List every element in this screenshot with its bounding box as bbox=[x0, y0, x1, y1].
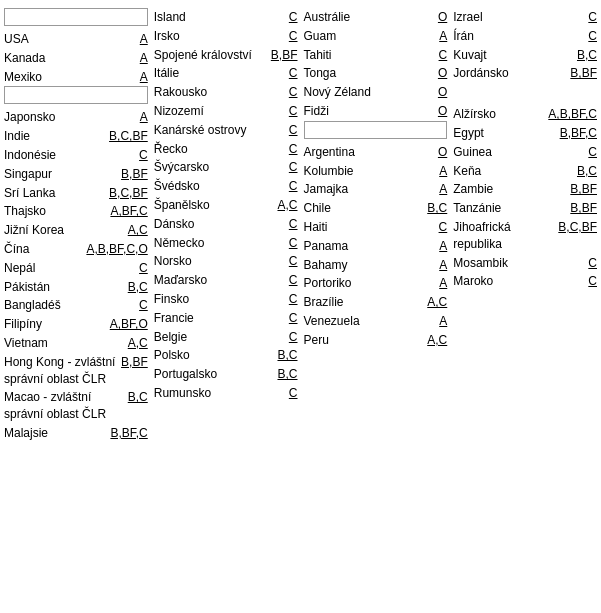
country-name: Německo bbox=[154, 235, 287, 252]
country-code: A,BF,C bbox=[110, 203, 147, 220]
country-name: Srí Lanka bbox=[4, 185, 107, 202]
country-name: Portoriko bbox=[304, 275, 438, 292]
table-row: USAA bbox=[4, 30, 148, 49]
table-row: Kanárské ostrovyC bbox=[154, 121, 298, 140]
country-name: Argentina bbox=[304, 144, 436, 161]
table-row: ThajskoA,BF,C bbox=[4, 202, 148, 221]
country-code: A bbox=[439, 28, 447, 45]
search-input-mid-col1[interactable] bbox=[4, 86, 148, 104]
country-code: C bbox=[588, 144, 597, 161]
table-row: ÍránC bbox=[453, 27, 597, 46]
country-code: C bbox=[439, 47, 448, 64]
country-name: Indonésie bbox=[4, 147, 137, 164]
country-code: C bbox=[139, 297, 148, 314]
table-row: DánskoC bbox=[154, 215, 298, 234]
country-code: C bbox=[289, 216, 298, 233]
country-name: Thajsko bbox=[4, 203, 108, 220]
country-code: B,BF bbox=[121, 166, 148, 183]
table-row: ŠvýcarskoC bbox=[154, 158, 298, 177]
table-row: Macao - zvláštní správní oblast ČLRB,C bbox=[4, 388, 148, 424]
country-name: Irsko bbox=[154, 28, 287, 45]
country-code: C bbox=[289, 28, 298, 45]
country-name: Alžírsko bbox=[453, 106, 546, 123]
country-name: Polsko bbox=[154, 347, 276, 364]
table-row: AlžírskoA,B,BF,C bbox=[453, 105, 597, 124]
country-name: Rakousko bbox=[154, 84, 287, 101]
table-row: FilipínyA,BF,O bbox=[4, 315, 148, 334]
country-name: Rumunsko bbox=[154, 385, 287, 402]
country-name: Egypt bbox=[453, 125, 557, 142]
country-code: O bbox=[438, 103, 447, 120]
country-name: Bahamy bbox=[304, 257, 438, 274]
country-code: A bbox=[140, 109, 148, 126]
country-code: B,C,BF bbox=[109, 128, 148, 145]
country-name: Nepál bbox=[4, 260, 137, 277]
country-name: Jordánsko bbox=[453, 65, 568, 82]
country-code: C bbox=[289, 141, 298, 158]
table-row: PolskoB,C bbox=[154, 346, 298, 365]
country-code: B,BF bbox=[121, 354, 148, 371]
table-row: MosambikC bbox=[453, 254, 597, 273]
table-row: IndieB,C,BF bbox=[4, 127, 148, 146]
table-row: ZambieB,BF bbox=[453, 180, 597, 199]
search-input-top-col1[interactable] bbox=[4, 8, 148, 26]
country-code: B,C bbox=[427, 200, 447, 217]
columns-container: USAAKanadaAMexikoAJaponskoAIndieB,C,BFIn… bbox=[4, 8, 597, 443]
table-row: PeruA,C bbox=[304, 331, 448, 350]
country-code: A,C bbox=[427, 332, 447, 349]
column-col4: IzraelCÍránCKuvajtB,CJordánskoB,BFAlžírs… bbox=[453, 8, 597, 291]
country-name: USA bbox=[4, 31, 138, 48]
country-code: B,C bbox=[128, 389, 148, 406]
country-code: O bbox=[438, 9, 447, 26]
table-row: IzraelC bbox=[453, 8, 597, 27]
column-col2: IslandCIrskoCSpojené královstvíB,BFItáli… bbox=[154, 8, 298, 403]
country-code: C bbox=[289, 253, 298, 270]
country-name: Belgie bbox=[154, 329, 287, 346]
table-row: ŘeckoC bbox=[154, 140, 298, 159]
country-name: Mexiko bbox=[4, 69, 138, 86]
country-code: C bbox=[289, 329, 298, 346]
table-row: ŠpanělskoA,C bbox=[154, 196, 298, 215]
country-name: Kanada bbox=[4, 50, 138, 67]
country-code: B,BF,C bbox=[560, 125, 597, 142]
table-row: IndonésieC bbox=[4, 146, 148, 165]
country-name: Malajsie bbox=[4, 425, 108, 442]
table-row: MalajsieB,BF,C bbox=[4, 424, 148, 443]
country-code: B,C bbox=[277, 366, 297, 383]
country-name: Dánsko bbox=[154, 216, 287, 233]
country-name: Tahiti bbox=[304, 47, 437, 64]
page-wrapper: USAAKanadaAMexikoAJaponskoAIndieB,C,BFIn… bbox=[0, 0, 601, 447]
table-row: NepálC bbox=[4, 259, 148, 278]
country-name: Pákistán bbox=[4, 279, 126, 296]
country-code: B,BF,C bbox=[110, 425, 147, 442]
table-row: IslandC bbox=[154, 8, 298, 27]
table-row: AustrálieO bbox=[304, 8, 448, 27]
table-row: TahitiC bbox=[304, 46, 448, 65]
country-name: Švýcarsko bbox=[154, 159, 287, 176]
country-code: A bbox=[140, 69, 148, 86]
country-name: Maďarsko bbox=[154, 272, 287, 289]
country-name: Filipíny bbox=[4, 316, 108, 333]
table-row: HaitiC bbox=[304, 218, 448, 237]
country-code: A bbox=[439, 313, 447, 330]
country-name: Nizozemí bbox=[154, 103, 287, 120]
country-name: Brazílie bbox=[304, 294, 426, 311]
country-code: B,BF bbox=[271, 47, 298, 64]
country-code: C bbox=[289, 310, 298, 327]
country-name: Švédsko bbox=[154, 178, 287, 195]
table-row: TanzánieB,BF bbox=[453, 199, 597, 218]
country-code: C bbox=[289, 272, 298, 289]
table-row: ŠvédskoC bbox=[154, 177, 298, 196]
country-code: C bbox=[289, 65, 298, 82]
table-row: PanamaA bbox=[304, 237, 448, 256]
table-row: ItálieC bbox=[154, 64, 298, 83]
table-row: KeňaB,C bbox=[453, 162, 597, 181]
country-name: Chile bbox=[304, 200, 426, 217]
country-name: Peru bbox=[304, 332, 426, 349]
country-name: Indie bbox=[4, 128, 107, 145]
country-name: Norsko bbox=[154, 253, 287, 270]
table-row: PákistánB,C bbox=[4, 278, 148, 297]
table-row: NorskoC bbox=[154, 252, 298, 271]
search-input-mid-col3[interactable] bbox=[304, 121, 448, 139]
country-code: C bbox=[289, 9, 298, 26]
